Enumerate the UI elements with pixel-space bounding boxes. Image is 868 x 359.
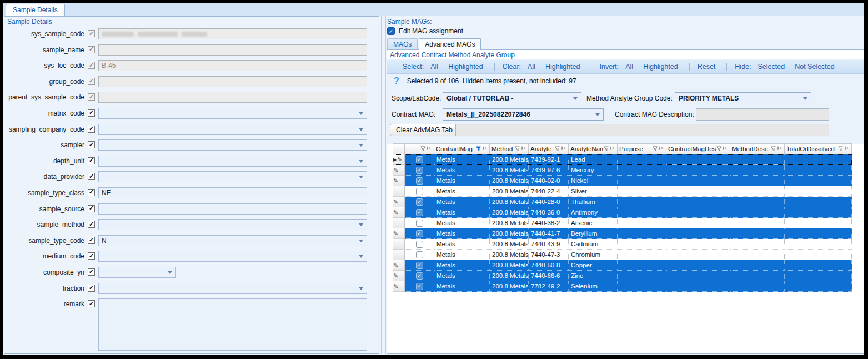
field-checkbox-sample_name[interactable]: ✓ [88, 46, 95, 53]
pin-icon[interactable] [521, 146, 526, 153]
column-header-checkbox[interactable] [405, 143, 434, 154]
field-checkbox-sys_loc_code[interactable]: ✓ [88, 62, 95, 69]
toolbar-action-highlighted[interactable]: Highlighted [643, 63, 678, 71]
filter-icon[interactable] [603, 146, 609, 153]
tab-advanced-mags[interactable]: Advanced MAGs [419, 38, 481, 50]
dropdown-arrow-icon[interactable] [359, 255, 363, 258]
field-input-sys_loc_code[interactable]: B-45 [98, 60, 367, 71]
field-input-sample_method[interactable] [98, 219, 367, 230]
checkbox-cell[interactable]: ✓ [405, 207, 434, 218]
row-header-cell[interactable] [393, 218, 405, 228]
contract-mag-dropdown[interactable]: Metals_||_20250822072846 [443, 108, 604, 121]
grid-row[interactable]: ✎✓Metals200.8 Metals7440-02-0Nickel [393, 176, 852, 186]
column-header-ContractMag[interactable]: ContractMag [434, 143, 490, 154]
grid-row[interactable]: ▶✎✓Metals200.8 Metals7439-92-1Lead [393, 154, 852, 165]
field-checkbox-matrix_code[interactable]: ✓ [88, 109, 95, 117]
dropdown-arrow-icon[interactable] [359, 287, 363, 290]
filter-icon[interactable] [420, 146, 426, 153]
pin-icon[interactable] [723, 146, 728, 153]
column-header-AnalyteName[interactable]: AnalyteName [569, 143, 618, 154]
filter-icon[interactable] [554, 146, 560, 153]
toolbar-action-highlighted[interactable]: Highlighted [448, 63, 483, 71]
grid-row[interactable]: Metals200.8 Metals7440-43-9Cadmium [393, 239, 852, 250]
field-checkbox-sample_type_class[interactable]: ✓ [88, 189, 95, 196]
row-checkbox[interactable] [416, 251, 423, 258]
filter-icon[interactable] [475, 146, 481, 153]
checkbox-cell[interactable]: ✓ [405, 228, 434, 239]
grid-row[interactable]: ✎✓Metals200.8 Metals7440-66-6Zinc [393, 271, 852, 281]
column-header-TotalOrDissolved[interactable]: TotalOrDissolved [785, 143, 852, 154]
row-checkbox[interactable]: ✓ [416, 156, 423, 163]
help-icon[interactable]: ? [394, 76, 399, 86]
dropdown-arrow-icon[interactable] [359, 160, 363, 163]
field-input-sample_type_class[interactable]: NF [98, 187, 367, 198]
dropdown-arrow-icon[interactable] [359, 112, 363, 115]
field-input-sampler[interactable] [98, 139, 367, 151]
grid-row[interactable]: ✎✓Metals200.8 Metals7440-28-0Thallium [393, 197, 852, 207]
checkbox-cell[interactable]: ✓ [405, 281, 434, 292]
checkbox-cell[interactable]: ✓ [405, 197, 434, 207]
dropdown-arrow-icon[interactable] [359, 240, 363, 242]
grid-row[interactable]: ✎✓Metals200.8 Metals7440-41-7Beryllium [393, 228, 852, 239]
field-checkbox-sampler[interactable]: ✓ [88, 141, 95, 148]
edit-mag-assignment-checkbox[interactable]: ✓ [387, 27, 395, 35]
row-header-cell[interactable]: ✎ [393, 228, 405, 239]
checkbox-cell[interactable] [405, 250, 434, 260]
column-header-ContractMagDesc[interactable]: ContractMagDesc [666, 143, 730, 154]
checkbox-cell[interactable] [405, 239, 434, 250]
toolbar-action-selected[interactable]: Selected [758, 63, 785, 71]
field-checkbox-parent_sys_sample_code[interactable]: ✓ [88, 93, 95, 101]
field-input-medium_code[interactable] [98, 251, 367, 262]
pin-icon[interactable] [659, 146, 664, 153]
row-header-cell[interactable]: ✎ [393, 281, 405, 292]
row-header-cell[interactable]: ▶✎ [393, 154, 405, 165]
toolbar-action-highlighted[interactable]: Highlighted [545, 63, 580, 71]
field-checkbox-data_provider[interactable]: ✓ [88, 173, 95, 180]
toolbar-action-not-selected[interactable]: Not Selected [795, 63, 835, 71]
row-checkbox[interactable]: ✓ [416, 230, 423, 237]
advmag-readonly-field[interactable] [455, 124, 829, 136]
dropdown-arrow-icon[interactable] [168, 271, 172, 274]
pin-icon[interactable] [844, 146, 850, 153]
pin-icon[interactable] [482, 146, 488, 153]
row-checkbox[interactable] [416, 188, 423, 195]
dropdown-arrow-icon[interactable] [359, 144, 363, 147]
toolbar-action-reset[interactable]: Reset [698, 63, 716, 71]
field-checkbox-sample_source[interactable]: ✓ [88, 205, 95, 212]
row-header-cell[interactable] [393, 239, 405, 250]
toolbar-action-all[interactable]: All [430, 63, 438, 71]
field-checkbox-sys_sample_code[interactable]: ✓ [88, 30, 95, 37]
panel-splitter[interactable] [381, 16, 386, 354]
field-input-remark[interactable] [98, 298, 367, 351]
field-input-sampling_company_code[interactable] [98, 124, 367, 135]
contract-mag-description-input[interactable] [696, 108, 829, 121]
checkbox-cell[interactable]: ✓ [405, 154, 434, 165]
grid-row[interactable]: ✎✓Metals200.8 Metals7440-50-8Copper [393, 260, 852, 271]
field-checkbox-group_code[interactable]: ✓ [88, 78, 95, 85]
filter-icon[interactable] [770, 146, 776, 153]
field-input-matrix_code[interactable] [98, 108, 367, 119]
method-analyte-group-code-dropdown[interactable]: PRIORITY METALS [675, 92, 811, 104]
filter-icon[interactable] [652, 146, 658, 153]
dropdown-arrow-icon[interactable] [359, 176, 363, 178]
checkbox-cell[interactable]: ✓ [405, 260, 434, 271]
pin-icon[interactable] [561, 146, 566, 153]
row-checkbox[interactable]: ✓ [416, 177, 423, 185]
tab-sample-details[interactable]: Sample Details [6, 4, 65, 16]
checkbox-cell[interactable]: ✓ [405, 176, 434, 186]
grid-row[interactable]: Metals200.8 Metals7440-22-4Silver [393, 186, 852, 197]
field-checkbox-sample_type_code[interactable]: ✓ [88, 237, 95, 244]
field-checkbox-remark[interactable]: ✓ [88, 300, 95, 307]
row-header-cell[interactable] [393, 186, 405, 197]
field-checkbox-depth_unit[interactable]: ✓ [88, 157, 95, 164]
checkbox-cell[interactable] [405, 186, 434, 197]
column-header-Method[interactable]: Method [490, 143, 529, 154]
column-header-Purpose[interactable]: Purpose [618, 143, 666, 154]
toolbar-action-all[interactable]: All [625, 63, 633, 71]
scope-labcode-dropdown[interactable]: Global / TUTORLAB - [443, 92, 581, 104]
row-checkbox[interactable]: ✓ [416, 283, 423, 290]
row-header-cell[interactable]: ✎ [393, 271, 405, 281]
field-input-group_code[interactable] [98, 76, 367, 87]
row-header-cell[interactable]: ✎ [393, 197, 405, 207]
column-header-MethodDesc[interactable]: MethodDesc [730, 143, 785, 154]
